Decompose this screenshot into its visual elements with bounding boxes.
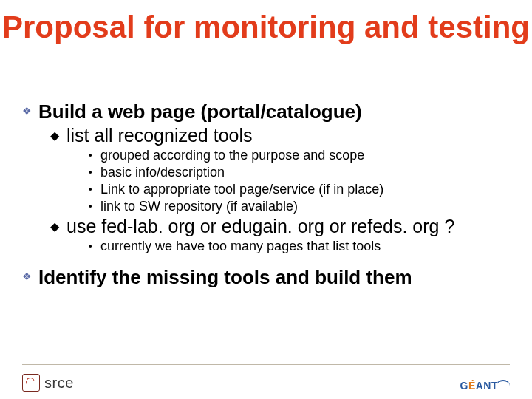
srce-mark-icon <box>22 374 40 392</box>
bullet-text: currently we have too many pages that li… <box>100 239 510 254</box>
bullet-text: grouped according to the purpose and sco… <box>100 148 510 163</box>
bullet-level3: • currently we have too many pages that … <box>89 239 510 254</box>
bullet-level2: ◆ list all recognized tools <box>50 125 510 146</box>
bullet-level3: • Link to appropriate tool page/service … <box>89 182 510 197</box>
dot-icon: • <box>89 150 100 161</box>
bullet-level3: • grouped according to the purpose and s… <box>89 148 510 163</box>
bullet-level2: ◆ use fed-lab. org or edugain. org or re… <box>50 216 510 237</box>
dot-icon: • <box>89 241 100 252</box>
bullet-text: Build a web page (portal/catalogue) <box>38 100 510 123</box>
divider-line <box>22 364 510 365</box>
bullet-text: link to SW repository (if available) <box>100 199 510 214</box>
logo-geant: GÉANT <box>460 380 510 392</box>
bullet-level1: ❖ Build a web page (portal/catalogue) <box>22 100 510 123</box>
geant-letter: É <box>468 380 476 392</box>
geant-letter: G <box>460 380 468 392</box>
diamond-icon: ❖ <box>22 105 38 117</box>
spacer <box>22 254 510 262</box>
dot-icon: • <box>89 201 100 212</box>
slide: Proposal for monitoring and testing ❖ Bu… <box>0 0 532 399</box>
bullet-level3: • basic info/description <box>89 165 510 180</box>
diamond-small-icon: ◆ <box>50 219 66 233</box>
logo-srce: srce <box>22 374 74 392</box>
bullet-text: Identify the missing tools and build the… <box>38 266 510 289</box>
bullet-level3: • link to SW repository (if available) <box>89 199 510 214</box>
bullet-text: Link to appropriate tool page/service (i… <box>100 182 510 197</box>
bullet-level1: ❖ Identify the missing tools and build t… <box>22 266 510 289</box>
bullet-text: basic info/description <box>100 165 510 180</box>
bullet-text: list all recognized tools <box>66 125 510 146</box>
slide-content: ❖ Build a web page (portal/catalogue) ◆ … <box>22 96 510 289</box>
srce-logo-text: srce <box>44 375 74 392</box>
bullet-text: use fed-lab. org or edugain. org or refe… <box>66 216 510 237</box>
swoosh-icon <box>497 380 510 386</box>
geant-letter: ANT <box>476 380 498 392</box>
diamond-icon: ❖ <box>22 270 38 282</box>
slide-title: Proposal for monitoring and testing <box>0 10 532 44</box>
diamond-small-icon: ◆ <box>50 129 66 143</box>
dot-icon: • <box>89 184 100 195</box>
dot-icon: • <box>89 167 100 178</box>
